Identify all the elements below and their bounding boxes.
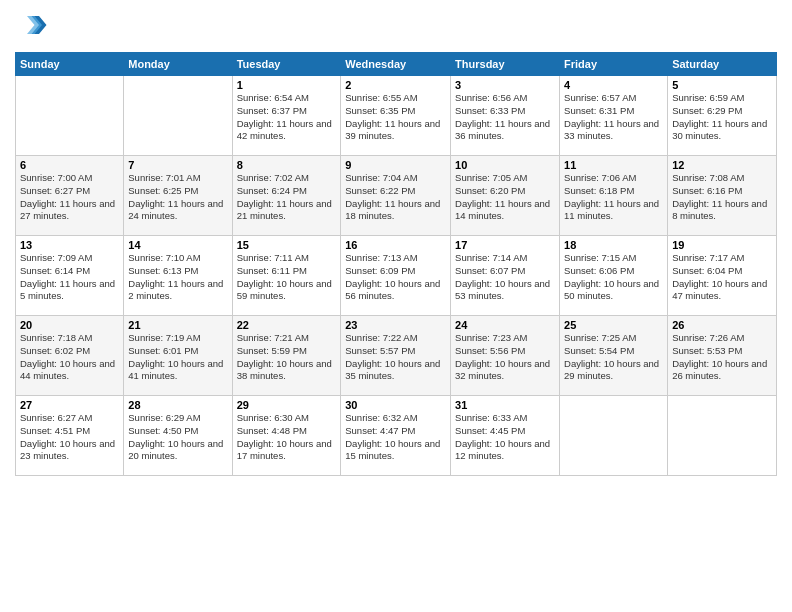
- calendar-cell: 20 Sunrise: 7:18 AMSunset: 6:02 PMDaylig…: [16, 316, 124, 396]
- calendar-cell: [124, 76, 232, 156]
- day-number: 8: [237, 159, 337, 171]
- day-number: 4: [564, 79, 663, 91]
- day-number: 29: [237, 399, 337, 411]
- day-detail: Sunrise: 7:18 AMSunset: 6:02 PMDaylight:…: [20, 332, 115, 381]
- calendar-cell: 28 Sunrise: 6:29 AMSunset: 4:50 PMDaylig…: [124, 396, 232, 476]
- day-detail: Sunrise: 6:33 AMSunset: 4:45 PMDaylight:…: [455, 412, 550, 461]
- calendar-cell: 29 Sunrise: 6:30 AMSunset: 4:48 PMDaylig…: [232, 396, 341, 476]
- day-detail: Sunrise: 7:06 AMSunset: 6:18 PMDaylight:…: [564, 172, 659, 221]
- day-number: 14: [128, 239, 227, 251]
- calendar-cell: 26 Sunrise: 7:26 AMSunset: 5:53 PMDaylig…: [668, 316, 777, 396]
- calendar-cell: 4 Sunrise: 6:57 AMSunset: 6:31 PMDayligh…: [560, 76, 668, 156]
- day-detail: Sunrise: 7:21 AMSunset: 5:59 PMDaylight:…: [237, 332, 332, 381]
- day-number: 9: [345, 159, 446, 171]
- calendar-cell: [668, 396, 777, 476]
- day-of-week-header: Saturday: [668, 53, 777, 76]
- calendar-week-row: 27 Sunrise: 6:27 AMSunset: 4:51 PMDaylig…: [16, 396, 777, 476]
- day-number: 18: [564, 239, 663, 251]
- calendar-cell: 12 Sunrise: 7:08 AMSunset: 6:16 PMDaylig…: [668, 156, 777, 236]
- day-detail: Sunrise: 6:27 AMSunset: 4:51 PMDaylight:…: [20, 412, 115, 461]
- calendar-week-row: 6 Sunrise: 7:00 AMSunset: 6:27 PMDayligh…: [16, 156, 777, 236]
- day-detail: Sunrise: 7:14 AMSunset: 6:07 PMDaylight:…: [455, 252, 550, 301]
- day-number: 23: [345, 319, 446, 331]
- day-detail: Sunrise: 6:32 AMSunset: 4:47 PMDaylight:…: [345, 412, 440, 461]
- calendar-header-row: SundayMondayTuesdayWednesdayThursdayFrid…: [16, 53, 777, 76]
- calendar-week-row: 20 Sunrise: 7:18 AMSunset: 6:02 PMDaylig…: [16, 316, 777, 396]
- day-of-week-header: Friday: [560, 53, 668, 76]
- day-number: 20: [20, 319, 119, 331]
- day-detail: Sunrise: 6:59 AMSunset: 6:29 PMDaylight:…: [672, 92, 767, 141]
- day-of-week-header: Thursday: [451, 53, 560, 76]
- calendar: SundayMondayTuesdayWednesdayThursdayFrid…: [15, 52, 777, 476]
- header: [15, 10, 777, 44]
- day-detail: Sunrise: 7:22 AMSunset: 5:57 PMDaylight:…: [345, 332, 440, 381]
- day-number: 10: [455, 159, 555, 171]
- day-detail: Sunrise: 7:08 AMSunset: 6:16 PMDaylight:…: [672, 172, 767, 221]
- day-of-week-header: Monday: [124, 53, 232, 76]
- calendar-cell: 10 Sunrise: 7:05 AMSunset: 6:20 PMDaylig…: [451, 156, 560, 236]
- day-detail: Sunrise: 6:56 AMSunset: 6:33 PMDaylight:…: [455, 92, 550, 141]
- day-detail: Sunrise: 6:57 AMSunset: 6:31 PMDaylight:…: [564, 92, 659, 141]
- day-of-week-header: Tuesday: [232, 53, 341, 76]
- calendar-cell: 22 Sunrise: 7:21 AMSunset: 5:59 PMDaylig…: [232, 316, 341, 396]
- day-detail: Sunrise: 7:04 AMSunset: 6:22 PMDaylight:…: [345, 172, 440, 221]
- calendar-cell: 13 Sunrise: 7:09 AMSunset: 6:14 PMDaylig…: [16, 236, 124, 316]
- day-detail: Sunrise: 6:54 AMSunset: 6:37 PMDaylight:…: [237, 92, 332, 141]
- calendar-cell: 24 Sunrise: 7:23 AMSunset: 5:56 PMDaylig…: [451, 316, 560, 396]
- calendar-cell: 31 Sunrise: 6:33 AMSunset: 4:45 PMDaylig…: [451, 396, 560, 476]
- day-detail: Sunrise: 7:15 AMSunset: 6:06 PMDaylight:…: [564, 252, 659, 301]
- day-number: 17: [455, 239, 555, 251]
- calendar-cell: 16 Sunrise: 7:13 AMSunset: 6:09 PMDaylig…: [341, 236, 451, 316]
- logo: [15, 10, 48, 44]
- day-number: 1: [237, 79, 337, 91]
- day-detail: Sunrise: 7:17 AMSunset: 6:04 PMDaylight:…: [672, 252, 767, 301]
- calendar-cell: 7 Sunrise: 7:01 AMSunset: 6:25 PMDayligh…: [124, 156, 232, 236]
- day-detail: Sunrise: 7:02 AMSunset: 6:24 PMDaylight:…: [237, 172, 332, 221]
- logo-icon: [18, 10, 48, 40]
- day-number: 15: [237, 239, 337, 251]
- day-number: 13: [20, 239, 119, 251]
- day-number: 11: [564, 159, 663, 171]
- day-number: 27: [20, 399, 119, 411]
- day-detail: Sunrise: 6:30 AMSunset: 4:48 PMDaylight:…: [237, 412, 332, 461]
- calendar-week-row: 13 Sunrise: 7:09 AMSunset: 6:14 PMDaylig…: [16, 236, 777, 316]
- calendar-cell: [16, 76, 124, 156]
- calendar-cell: 21 Sunrise: 7:19 AMSunset: 6:01 PMDaylig…: [124, 316, 232, 396]
- day-number: 31: [455, 399, 555, 411]
- day-number: 19: [672, 239, 772, 251]
- day-number: 26: [672, 319, 772, 331]
- day-detail: Sunrise: 6:29 AMSunset: 4:50 PMDaylight:…: [128, 412, 223, 461]
- day-detail: Sunrise: 7:23 AMSunset: 5:56 PMDaylight:…: [455, 332, 550, 381]
- day-detail: Sunrise: 6:55 AMSunset: 6:35 PMDaylight:…: [345, 92, 440, 141]
- calendar-cell: 11 Sunrise: 7:06 AMSunset: 6:18 PMDaylig…: [560, 156, 668, 236]
- calendar-cell: 1 Sunrise: 6:54 AMSunset: 6:37 PMDayligh…: [232, 76, 341, 156]
- day-number: 28: [128, 399, 227, 411]
- calendar-cell: 6 Sunrise: 7:00 AMSunset: 6:27 PMDayligh…: [16, 156, 124, 236]
- day-detail: Sunrise: 7:19 AMSunset: 6:01 PMDaylight:…: [128, 332, 223, 381]
- day-detail: Sunrise: 7:26 AMSunset: 5:53 PMDaylight:…: [672, 332, 767, 381]
- calendar-cell: 3 Sunrise: 6:56 AMSunset: 6:33 PMDayligh…: [451, 76, 560, 156]
- calendar-cell: 14 Sunrise: 7:10 AMSunset: 6:13 PMDaylig…: [124, 236, 232, 316]
- calendar-cell: 18 Sunrise: 7:15 AMSunset: 6:06 PMDaylig…: [560, 236, 668, 316]
- day-of-week-header: Sunday: [16, 53, 124, 76]
- day-detail: Sunrise: 7:05 AMSunset: 6:20 PMDaylight:…: [455, 172, 550, 221]
- calendar-cell: 27 Sunrise: 6:27 AMSunset: 4:51 PMDaylig…: [16, 396, 124, 476]
- calendar-cell: 8 Sunrise: 7:02 AMSunset: 6:24 PMDayligh…: [232, 156, 341, 236]
- day-number: 16: [345, 239, 446, 251]
- day-number: 22: [237, 319, 337, 331]
- calendar-cell: 5 Sunrise: 6:59 AMSunset: 6:29 PMDayligh…: [668, 76, 777, 156]
- day-detail: Sunrise: 7:13 AMSunset: 6:09 PMDaylight:…: [345, 252, 440, 301]
- day-number: 6: [20, 159, 119, 171]
- day-number: 25: [564, 319, 663, 331]
- calendar-cell: 23 Sunrise: 7:22 AMSunset: 5:57 PMDaylig…: [341, 316, 451, 396]
- day-detail: Sunrise: 7:09 AMSunset: 6:14 PMDaylight:…: [20, 252, 115, 301]
- calendar-cell: 19 Sunrise: 7:17 AMSunset: 6:04 PMDaylig…: [668, 236, 777, 316]
- day-number: 3: [455, 79, 555, 91]
- day-detail: Sunrise: 7:00 AMSunset: 6:27 PMDaylight:…: [20, 172, 115, 221]
- day-number: 24: [455, 319, 555, 331]
- calendar-cell: 2 Sunrise: 6:55 AMSunset: 6:35 PMDayligh…: [341, 76, 451, 156]
- day-detail: Sunrise: 7:10 AMSunset: 6:13 PMDaylight:…: [128, 252, 223, 301]
- calendar-week-row: 1 Sunrise: 6:54 AMSunset: 6:37 PMDayligh…: [16, 76, 777, 156]
- calendar-cell: 9 Sunrise: 7:04 AMSunset: 6:22 PMDayligh…: [341, 156, 451, 236]
- day-number: 21: [128, 319, 227, 331]
